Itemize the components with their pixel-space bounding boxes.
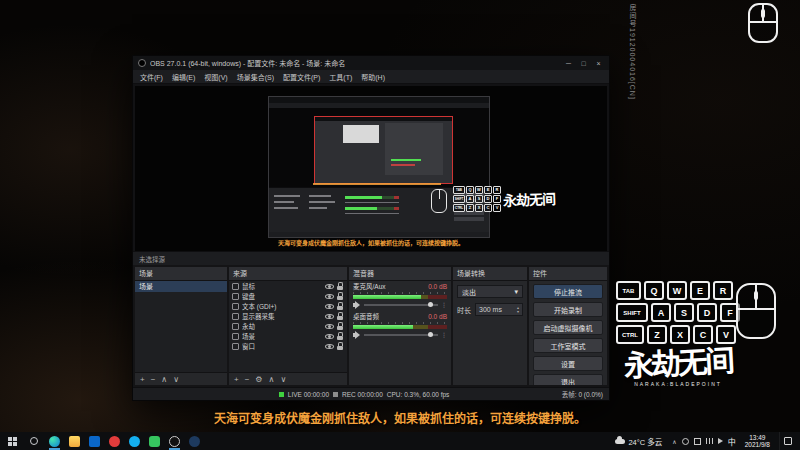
slider-handle[interactable] [428,332,433,337]
add-source-button[interactable]: + [234,375,239,384]
add-scene-button[interactable]: + [140,375,145,384]
lock-icon[interactable] [337,302,344,311]
source-row[interactable]: 鼠标 [229,281,347,291]
scene-item[interactable]: 场景 [135,281,227,292]
preview-key-v: V [493,204,501,212]
taskbar-icon-wechat[interactable] [146,432,163,450]
search-button[interactable] [24,437,44,445]
taskbar-icon-qq[interactable] [126,432,143,450]
stop-streaming-button[interactable]: 停止推流 [533,284,603,299]
minimize-button[interactable]: ─ [563,60,574,67]
source-properties-gear-icon[interactable]: ⚙ [255,375,262,384]
duration-label: 时长 [457,305,471,315]
source-row[interactable]: 永劫 [229,321,347,331]
controls-dock-title[interactable]: 控件 [529,267,607,281]
game-logo-text: 永劫无间 [609,344,746,383]
menu-scene-collection[interactable]: 场景集合(S) [237,72,274,82]
transitions-dock-title[interactable]: 场景转换 [453,267,527,281]
visibility-eye-icon[interactable] [325,292,334,301]
menu-file[interactable]: 文件(F) [140,72,163,82]
lock-icon[interactable] [337,342,344,351]
source-up-button[interactable]: ∧ [269,375,275,384]
taskbar: 24°C 多云 ∧ 中 13:49 2021/9/8 [0,432,800,450]
spin-down-icon[interactable]: ▾ [517,310,519,314]
volume-slider[interactable] [364,334,438,336]
meter-ticks [353,292,447,294]
volume-slider[interactable] [364,304,438,306]
preview-canvas[interactable]: TAB Q W E R SHIFT A S D F CTRL [135,86,607,251]
source-type-icon [232,313,239,320]
mixer-channel: 桌面音频 0.0 dB ⋮ [353,313,447,339]
menu-help[interactable]: 帮助(H) [361,72,385,82]
obs-titlebar[interactable]: OBS 27.0.1 (64-bit, windows) - 配置文件: 未命名… [133,56,609,70]
channel-menu-dots-icon[interactable]: ⋮ [441,331,447,338]
weather-widget[interactable]: 24°C 多云 [609,436,668,447]
start-button[interactable] [0,432,24,450]
duration-spinner[interactable]: 300 ms ▴ ▾ [475,303,523,316]
tray-icon-1[interactable] [682,438,689,445]
lock-icon[interactable] [337,332,344,341]
taskbar-icon-edge[interactable] [46,432,63,450]
tray-icon-2[interactable] [694,438,701,445]
key-v: V [716,325,736,344]
preview-key-e: E [484,186,492,194]
network-icon[interactable] [706,438,713,444]
visibility-eye-icon[interactable] [325,342,334,351]
preview-key-x: X [475,204,483,212]
lock-icon[interactable] [337,282,344,291]
tray-expand-chevron-icon[interactable]: ∧ [672,438,676,445]
maximize-button[interactable]: □ [578,60,589,67]
visibility-eye-icon[interactable] [325,332,334,341]
start-recording-button[interactable]: 开始录制 [533,302,603,317]
settings-button[interactable]: 设置 [533,356,603,371]
mixer-dock-title[interactable]: 混音器 [349,267,451,281]
preview-key-ctrl: CTRL [453,204,465,212]
source-type-icon [232,323,239,330]
lock-icon[interactable] [337,292,344,301]
action-center-button[interactable] [779,432,796,450]
studio-mode-button[interactable]: 工作室模式 [533,338,603,353]
taskbar-icon-store[interactable] [86,432,103,450]
source-row[interactable]: 显示器采集 [229,311,347,321]
slider-handle[interactable] [428,302,433,307]
obs-menubar: 文件(F) 编辑(E) 视图(V) 场景集合(S) 配置文件(P) 工具(T) … [133,70,609,84]
source-row[interactable]: 场景 [229,331,347,341]
volume-icon[interactable] [718,438,723,444]
scenes-dock-title[interactable]: 场景 [135,267,227,281]
remove-scene-button[interactable]: − [151,375,156,384]
key-e: E [690,281,710,300]
lock-icon[interactable] [337,312,344,321]
source-row[interactable]: 窗口 [229,341,347,351]
taskbar-clock[interactable]: 13:49 2021/9/8 [741,434,774,449]
menu-view[interactable]: 视图(V) [204,72,227,82]
ime-indicator[interactable]: 中 [728,436,736,447]
clock-time: 13:49 [745,434,770,442]
dropped-frames-status: 丢帧: 0 (0.0%) [562,389,603,399]
menu-profile[interactable]: 配置文件(P) [283,72,320,82]
start-virtual-camera-button[interactable]: 启动虚拟摄像机 [533,320,603,335]
lock-icon[interactable] [337,322,344,331]
speaker-icon[interactable] [353,331,361,339]
source-down-button[interactable]: ∨ [280,375,286,384]
scene-down-button[interactable]: ∨ [173,375,179,384]
channel-menu-dots-icon[interactable]: ⋮ [441,301,447,308]
visibility-eye-icon[interactable] [325,312,334,321]
taskbar-icon-music[interactable] [106,432,123,450]
visibility-eye-icon[interactable] [325,282,334,291]
transition-select[interactable]: 淡出 ▾ [457,285,523,298]
scene-up-button[interactable]: ∧ [161,375,167,384]
taskbar-icon-steam[interactable] [186,432,203,450]
exit-button[interactable]: 退出 [533,374,603,385]
visibility-eye-icon[interactable] [325,302,334,311]
source-row[interactable]: 文本 (GDI+) [229,301,347,311]
remove-source-button[interactable]: − [245,375,250,384]
menu-edit[interactable]: 编辑(E) [172,72,195,82]
close-button[interactable]: × [593,60,604,67]
menu-tools[interactable]: 工具(T) [329,72,352,82]
taskbar-icon-obs[interactable] [166,432,183,450]
speaker-icon[interactable] [353,301,361,309]
source-row[interactable]: 键盘 [229,291,347,301]
taskbar-icon-explorer[interactable] [66,432,83,450]
visibility-eye-icon[interactable] [325,322,334,331]
sources-dock-title[interactable]: 来源 [229,267,347,281]
